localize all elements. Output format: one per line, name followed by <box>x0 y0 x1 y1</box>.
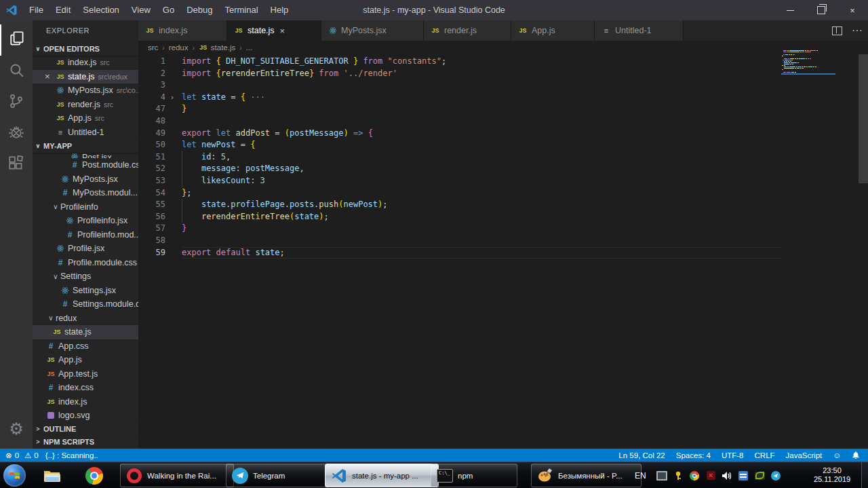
open-editor-item[interactable]: JSApp.jssrc <box>33 111 138 126</box>
tab-myposts.jsx[interactable]: MyPosts.jsx <box>321 20 424 41</box>
tree-item-post-jsx[interactable]: Post.jsx <box>33 153 138 158</box>
code-line-57[interactable]: 57} <box>138 223 868 235</box>
close-icon[interactable]: × <box>280 26 285 36</box>
tree-item-post-module-css[interactable]: #Post.module.css <box>33 158 138 172</box>
tree-item-index-css[interactable]: #index.css <box>33 381 138 395</box>
editor-scrollbar[interactable] <box>859 54 868 449</box>
notifications-bell-icon[interactable] <box>852 451 860 459</box>
breadcrumb-item[interactable]: ... <box>246 43 253 52</box>
code-line-4[interactable]: 4›let state = { ··· <box>138 92 868 104</box>
code-line-52[interactable]: 52 message: postMessage, <box>138 163 868 175</box>
status-crlf[interactable]: CRLF <box>755 451 775 459</box>
minimize-button[interactable] <box>774 0 806 20</box>
tray-telegram-mini-icon[interactable] <box>770 470 781 481</box>
file-explorer-taskbar-icon[interactable] <box>42 466 62 486</box>
menu-terminal[interactable]: Terminal <box>218 5 264 15</box>
breadcrumb-item[interactable]: redux <box>169 43 189 52</box>
breadcrumb-item[interactable]: src <box>148 43 158 52</box>
taskbar-button-vscode[interactable]: state.js - my-app ... <box>325 464 439 487</box>
status-ln[interactable]: Ln 59, Col 22 <box>618 451 665 459</box>
project-root-header[interactable]: ∨ MY-APP <box>33 139 138 153</box>
split-editor-icon[interactable] <box>832 26 842 35</box>
tray-monitor-icon[interactable] <box>656 470 667 481</box>
status-spaces[interactable]: Spaces: 4 <box>676 451 711 459</box>
more-actions-icon[interactable]: ··· <box>852 24 863 37</box>
tree-item-logo-svg[interactable]: logo.svg <box>33 409 138 422</box>
menu-view[interactable]: View <box>125 5 157 15</box>
outline-section[interactable]: > OUTLINE <box>33 422 138 436</box>
start-button[interactable] <box>3 464 26 487</box>
tree-item-redux[interactable]: ∨redux <box>33 312 138 326</box>
npm-scripts-section[interactable]: > NPM SCRIPTS <box>33 435 138 449</box>
tree-item-settings-jsx[interactable]: Settings.jsx <box>33 284 138 298</box>
code-line-54[interactable]: 54}; <box>138 187 868 200</box>
show-desktop-button[interactable] <box>861 462 868 488</box>
menu-go[interactable]: Go <box>157 5 180 15</box>
tree-item-profileinfo[interactable]: ∨Profileinfo <box>33 200 138 214</box>
tray-speaker-icon[interactable] <box>722 470 732 481</box>
activitybar-explorer[interactable] <box>0 24 34 56</box>
code-line-2[interactable]: 2import {rerenderEntireTree} from '../re… <box>138 68 868 80</box>
tree-item-profileinfo-jsx[interactable]: Profileinfo.jsx <box>33 214 138 228</box>
menu-file[interactable]: File <box>23 5 50 15</box>
code-line-59[interactable]: 59export default state; <box>138 247 868 259</box>
code-line-58[interactable]: 58 <box>138 235 868 247</box>
activitybar-search[interactable] <box>0 56 33 87</box>
tree-item-index-js[interactable]: JSindex.js <box>33 395 138 409</box>
tree-item-settings-module-c-[interactable]: #Settings.module.c... <box>33 297 138 312</box>
tree-item-profile-jsx[interactable]: Profile.jsx <box>33 242 138 256</box>
open-editor-item[interactable]: ×JSstate.jssrc\redux <box>33 70 138 84</box>
code-line-1[interactable]: 1import { DH_NOT_SUITABLE_GENERATOR } fr… <box>138 56 868 68</box>
activitybar-manage[interactable]: ⚙ <box>0 413 33 445</box>
close-button[interactable]: × <box>837 0 868 20</box>
minimap[interactable] <box>781 50 835 75</box>
code-line-56[interactable]: 56 rerenderEntireTree(state); <box>138 211 868 223</box>
code-line-50[interactable]: 50let newPost = { <box>138 139 868 151</box>
open-editor-item[interactable]: JSindex.jssrc <box>33 56 138 70</box>
activitybar-extensions[interactable] <box>0 149 33 181</box>
status-javascript[interactable]: JavaScript <box>786 451 823 459</box>
menu-debug[interactable]: Debug <box>180 5 218 15</box>
code-line-49[interactable]: 49export let addPost = (postMessage) => … <box>138 128 868 140</box>
language-status[interactable]: {..} : Scanning.. <box>45 451 98 459</box>
close-icon[interactable]: × <box>45 71 50 81</box>
code-line-48[interactable]: 48 <box>138 115 868 128</box>
taskbar-button-opera[interactable]: Walking in the Rai... <box>120 464 234 487</box>
scrollbar-thumb[interactable] <box>859 54 868 183</box>
tree-item-state-js[interactable]: JSstate.js <box>33 325 138 339</box>
tab-app.js[interactable]: JSApp.js <box>511 20 595 41</box>
open-editor-item[interactable]: MyPosts.jsxsrc\co... <box>33 83 138 98</box>
fold-chevron-icon[interactable]: › <box>165 92 179 104</box>
tree-item-profileinfo-mod-[interactable]: #Profileinfo.mod... <box>33 228 138 242</box>
restore-button[interactable] <box>806 0 837 20</box>
open-editor-item[interactable]: JSrender.jssrc <box>33 98 138 112</box>
chrome-taskbar-icon[interactable] <box>84 466 104 486</box>
tab-state.js[interactable]: JSstate.js× <box>227 20 321 41</box>
activitybar-source-control[interactable] <box>0 87 33 118</box>
menu-edit[interactable]: Edit <box>50 5 77 15</box>
language-indicator[interactable]: EN <box>635 471 646 481</box>
feedback-smiley-icon[interactable]: ☺ <box>833 451 841 459</box>
code-editor[interactable]: 1import { DH_NOT_SUITABLE_GENERATOR } fr… <box>138 54 868 449</box>
tab-render.js[interactable]: JSrender.js <box>424 20 511 41</box>
tree-item-app-css[interactable]: #App.css <box>33 339 138 354</box>
taskbar-button-telegram[interactable]: Telegram <box>226 464 333 487</box>
tab-untitled-1[interactable]: ≡Untitled-1 <box>595 20 684 41</box>
status-utf8[interactable]: UTF-8 <box>722 451 744 459</box>
code-line-51[interactable]: 51 id: 5, <box>138 151 868 164</box>
tree-item-myposts-modul-[interactable]: #MyPosts.modul... <box>33 186 138 200</box>
tree-item-profile-module-css[interactable]: #Profile.module.css <box>33 256 138 270</box>
open-editor-item[interactable]: ≡Untitled-1 <box>33 126 138 140</box>
menu-help[interactable]: Help <box>264 5 295 15</box>
code-line-55[interactable]: 55 state.profilePage.posts.push(newPost)… <box>138 199 868 211</box>
taskbar-button-paint[interactable]: Безымянный - P... <box>531 464 642 487</box>
code-line-3[interactable]: 3 <box>138 79 868 92</box>
tray-punto-keyboard-icon[interactable] <box>738 470 749 481</box>
tray-key-icon[interactable] <box>673 470 684 481</box>
code-line-53[interactable]: 53 likesCount: 3 <box>138 175 868 187</box>
activitybar-debug[interactable] <box>0 118 33 149</box>
clock[interactable]: 23:50 25.11.2019 <box>811 466 853 484</box>
problems-indicator[interactable]: ⊗0 ⚠0 <box>5 451 39 460</box>
tray-blocked-device-icon[interactable]: × <box>705 470 716 481</box>
tab-index.js[interactable]: JSindex.js <box>138 20 227 41</box>
